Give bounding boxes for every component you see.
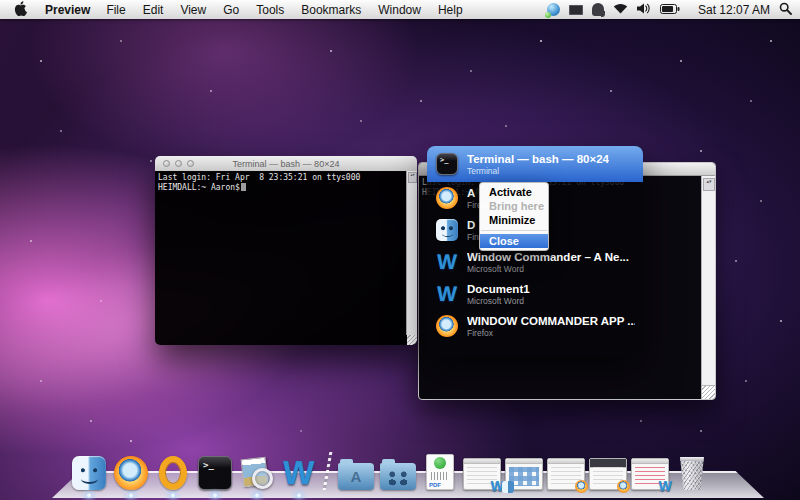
close-button[interactable] (163, 160, 170, 167)
menubar: Preview FileEditViewGoToolsBookmarksWind… (0, 0, 800, 19)
running-indicator (127, 493, 135, 498)
context-menu-bring-here: Bring here (480, 199, 548, 213)
window-switcher-panel: >_Terminal — bash — 80×24TerminalAFirefo… (427, 146, 643, 356)
desktop: Last login: Fri Apr 8 23:35:21 on ttys00… (0, 0, 800, 500)
terminal-window-title: Terminal — bash — 80×24 (155, 159, 417, 169)
scroll-arrows-icon[interactable]: ▴▾ (408, 172, 417, 183)
sync-globe-icon (547, 3, 560, 16)
status-evernote-icon[interactable] (592, 3, 604, 16)
wifi-icon (613, 3, 628, 17)
status-display-icon[interactable] (569, 5, 583, 15)
dock-item-minimized-firefox-window-2[interactable] (589, 458, 627, 490)
menu-help[interactable]: Help (438, 3, 463, 17)
dock-item-minimized-word-window[interactable]: W (463, 458, 501, 490)
menu-tools[interactable]: Tools (256, 3, 284, 17)
terminal-line: Last login: Fri Apr 8 23:35:21 on ttys00… (158, 173, 360, 182)
dock-item-preview[interactable] (238, 456, 276, 490)
zoom-button[interactable] (187, 160, 194, 167)
dock-item-opera[interactable] (154, 456, 192, 490)
word-icon: W (437, 251, 458, 273)
volume-icon (637, 3, 651, 17)
terminal-content[interactable]: Last login: Fri Apr 8 23:35:21 on ttys00… (155, 171, 417, 345)
dock-item-minimized-word-document[interactable]: W (631, 458, 669, 490)
terminal-titlebar[interactable]: Terminal — bash — 80×24 (155, 156, 417, 172)
finder-icon (72, 456, 106, 490)
active-app-menu[interactable]: Preview (45, 3, 90, 17)
dock-separator (323, 452, 333, 490)
apple-logo (14, 1, 27, 19)
dock-item-trash[interactable] (673, 457, 711, 490)
shared-folder-icon (380, 463, 416, 490)
running-indicator (211, 493, 219, 498)
window-thumb-finder-icon (505, 458, 543, 490)
menu-edit[interactable]: Edit (143, 3, 164, 17)
window-thumb-word2-icon: W (631, 458, 669, 490)
firefox-icon (436, 315, 458, 337)
context-menu-activate[interactable]: Activate (480, 185, 548, 199)
spotlight-icon (779, 2, 792, 18)
menubar-clock[interactable]: Sat 12:07 AM (698, 3, 770, 17)
evernote-icon (592, 3, 604, 16)
status-wifi-icon[interactable] (613, 3, 628, 17)
running-indicator (295, 493, 303, 498)
terminal-line: HEIMDALL:~ Aaron$ (158, 183, 240, 192)
dock-item-shared-folder[interactable] (379, 463, 417, 490)
menu-view[interactable]: View (180, 3, 206, 17)
firefox-badge-icon (617, 480, 630, 493)
word-badge-icon: W (659, 478, 672, 494)
spotlight-menu[interactable] (779, 2, 792, 18)
terminal-cursor (241, 183, 246, 191)
switcher-item-subtitle: Microsoft Word (467, 296, 530, 306)
firefox-icon (436, 187, 458, 209)
dock-item-applications-folder[interactable]: A (337, 463, 375, 490)
pdf-document-icon: PDF (426, 454, 454, 490)
switcher-item-subtitle: Firefox (467, 328, 635, 338)
terminal-scrollbar[interactable]: ▴▾ (406, 171, 417, 335)
word-icon: W (437, 283, 458, 305)
dock-item-minimized-firefox-window[interactable] (547, 458, 585, 490)
switcher-item-terminal[interactable]: >_Terminal — bash — 80×24Terminal (427, 146, 643, 182)
switcher-item-microsoft-word[interactable]: WDocument1Microsoft Word (427, 278, 643, 310)
background-window-scrollbar[interactable]: ▴▾ (701, 176, 715, 386)
menu-window[interactable]: Window (378, 3, 421, 17)
battery-icon (660, 3, 680, 17)
status-battery-icon[interactable] (660, 3, 680, 17)
dock-item-minimized-finder-window[interactable] (505, 458, 543, 490)
minimize-button[interactable] (175, 160, 182, 167)
menu-file[interactable]: File (106, 3, 125, 17)
context-menu-close[interactable]: Close (480, 234, 548, 248)
trash-icon (679, 457, 706, 490)
dock-item-pdf-document[interactable]: PDF (421, 454, 459, 490)
running-indicator (169, 493, 177, 498)
context-menu-separator (481, 230, 547, 231)
finder-icon (436, 219, 458, 241)
scroll-arrows-icon[interactable]: ▴▾ (703, 178, 715, 191)
terminal-icon: >_ (198, 456, 232, 490)
switcher-item-subtitle: Microsoft Word (467, 264, 629, 274)
status-sync-globe-icon[interactable] (547, 3, 560, 16)
window-thumb-firefox2-icon (589, 458, 627, 490)
switcher-item-firefox[interactable]: WINDOW COMMANDER APP ...Firefox (427, 310, 643, 342)
apple-menu[interactable] (14, 1, 27, 19)
dock-item-finder[interactable] (70, 456, 108, 490)
running-indicator (253, 493, 261, 498)
display-icon (569, 5, 583, 15)
dock: >_WAPDFWW (70, 447, 711, 490)
preview-icon (240, 456, 274, 490)
firefox-icon (114, 456, 148, 490)
running-indicator (85, 493, 93, 498)
window-thumb-word-icon: W (463, 458, 501, 490)
background-window-resize-grip[interactable] (701, 385, 715, 399)
status-volume-icon[interactable] (637, 3, 651, 17)
terminal-resize-grip[interactable] (407, 335, 417, 345)
menu-bookmarks[interactable]: Bookmarks (301, 3, 361, 17)
terminal-window[interactable]: Terminal — bash — 80×24 Last login: Fri … (155, 156, 417, 345)
switcher-item-title: WINDOW COMMANDER APP ... (467, 315, 635, 328)
context-menu: ActivateBring hereMinimizeClose (479, 182, 549, 251)
dock-item-microsoft-word[interactable]: W (280, 456, 318, 490)
menu-go[interactable]: Go (223, 3, 239, 17)
dock-item-firefox[interactable] (112, 456, 150, 490)
dock-item-terminal[interactable]: >_ (196, 456, 234, 490)
finder-badge-icon (502, 481, 514, 493)
context-menu-minimize[interactable]: Minimize (480, 213, 548, 227)
